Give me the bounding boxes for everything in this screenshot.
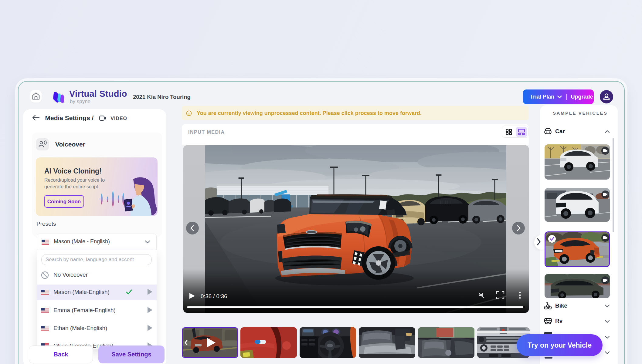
svg-text:0:36 / 0:36: 0:36 / 0:36 [201,293,227,299]
